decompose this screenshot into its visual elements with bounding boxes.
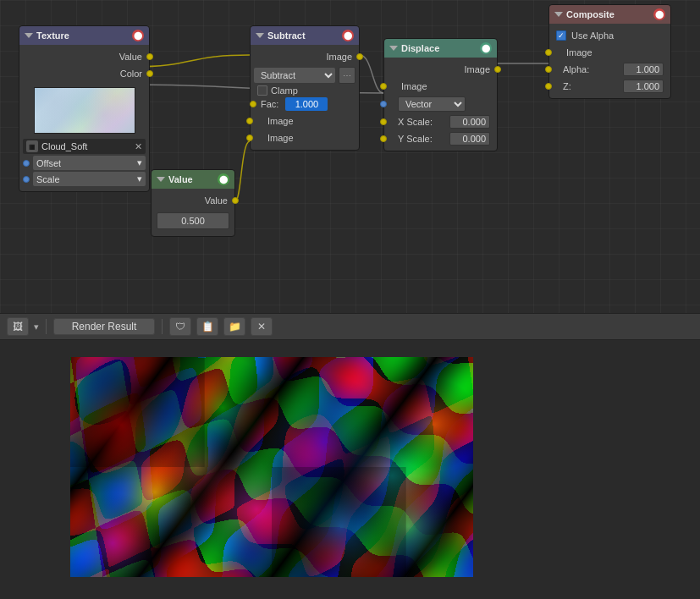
subtract-image-in2-row: Image: [251, 129, 359, 146]
displace-yscale-row: Y Scale: 0.000: [384, 130, 497, 147]
displace-node-header[interactable]: Displace ⬤: [384, 39, 497, 58]
render-canvas: [70, 357, 473, 577]
displace-image-in-socket[interactable]: [380, 83, 387, 90]
cloud-soft-remove[interactable]: ✕: [135, 141, 142, 152]
clamp-label: Clamp: [271, 85, 298, 96]
subtract-type-select[interactable]: Subtract: [254, 68, 335, 83]
displace-vector-socket[interactable]: [380, 101, 387, 107]
value-display[interactable]: 0.500: [157, 212, 229, 229]
subtract-image-in2-socket[interactable]: [246, 135, 253, 141]
subtract-node: Subtract ⬤ Image Subtract ⋯ Clamp: [250, 25, 360, 151]
texture-color-socket[interactable]: [146, 70, 153, 77]
shield-icon: 🛡: [175, 321, 185, 332]
displace-image-out-row: Image: [384, 61, 497, 78]
texture-node-header[interactable]: Texture ⬤: [19, 26, 149, 45]
displace-vector-row: Vector: [384, 95, 497, 113]
texture-node: Texture ⬤ Value Color ▦ Cloud_Soft ✕: [19, 25, 150, 192]
cloud-soft-label: Cloud_Soft: [41, 141, 131, 151]
cloud-soft-icon: ▦: [26, 140, 38, 152]
offset-label: Offset: [36, 158, 61, 168]
subtract-node-icon: ⬤: [342, 30, 354, 41]
composite-image-socket[interactable]: [545, 49, 552, 56]
displace-xscale-socket[interactable]: [380, 118, 387, 125]
use-alpha-checkbox[interactable]: ✓: [556, 30, 566, 41]
displace-xscale-value[interactable]: 0.000: [449, 115, 490, 129]
scale-socket[interactable]: [23, 176, 30, 183]
clamp-row: Clamp: [257, 85, 352, 96]
composite-alpha-socket[interactable]: [545, 66, 552, 73]
displace-node-icon: ⬤: [480, 42, 492, 54]
displace-image-out-socket[interactable]: [494, 66, 501, 73]
value-node-header[interactable]: Value ⬤: [152, 170, 234, 189]
subtract-image-out-socket[interactable]: [356, 53, 363, 60]
scale-dropdown-row: Scale ▾: [23, 172, 146, 186]
close-btn[interactable]: ✕: [251, 317, 273, 336]
offset-dropdown[interactable]: Offset ▾: [33, 156, 146, 170]
composite-collapse-triangle: [554, 12, 563, 17]
subtract-image-out-row: Image: [251, 48, 359, 65]
value-node-title: Value: [168, 174, 193, 184]
toolbar-separator-1: [46, 319, 47, 334]
toolbar-dropdown-arrow[interactable]: ▾: [34, 321, 39, 332]
fac-socket[interactable]: [250, 101, 256, 107]
texture-value-label: Value: [119, 52, 142, 62]
cloud-soft-row: ▦ Cloud_Soft ✕: [23, 139, 146, 154]
subtract-image-in2-label: Image: [267, 133, 294, 143]
texture-color-label: Color: [120, 69, 142, 79]
composite-alpha-label: Alpha:: [563, 64, 623, 74]
composite-z-value[interactable]: 1.000: [623, 80, 664, 93]
value-node-icon: ⬤: [218, 173, 229, 185]
displace-yscale-socket[interactable]: [380, 135, 387, 142]
subtract-node-title: Subtract: [267, 30, 306, 41]
texture-preview: [34, 87, 135, 134]
displace-image-out-label: Image: [464, 64, 490, 74]
subtract-type-row: Subtract ⋯: [254, 67, 356, 84]
subtract-image-in1-row: Image: [251, 113, 359, 129]
value-node-body: Value 0.500: [152, 189, 234, 236]
subtract-image-in1-label: Image: [267, 116, 294, 126]
displace-yscale-label: Y Scale:: [398, 134, 449, 144]
composite-image-row: Image: [549, 44, 670, 61]
composite-node-body: ✓ Use Alpha Image Alpha: 1.000 Z: 1.000: [549, 24, 670, 98]
value-out-socket[interactable]: [232, 197, 239, 204]
fac-input[interactable]: 1.000: [285, 97, 328, 111]
offset-socket[interactable]: [23, 160, 30, 167]
subtract-node-header[interactable]: Subtract ⬤: [251, 26, 359, 45]
composite-node-title: Composite: [566, 9, 615, 19]
subtract-extra-btn[interactable]: ⋯: [339, 67, 356, 84]
image-icon-btn[interactable]: 🖼: [7, 317, 29, 336]
scale-label: Scale: [36, 174, 60, 184]
subtract-image-out-label: Image: [326, 52, 352, 62]
subtract-node-body: Image Subtract ⋯ Clamp Fac: 1.000: [251, 45, 359, 150]
displace-vector-select[interactable]: Vector: [398, 96, 466, 112]
toolbar: 🖼 ▾ Render Result 🛡 📋 📁 ✕: [0, 313, 700, 340]
collapse-triangle: [25, 33, 33, 38]
composite-node-icon: ⬤: [653, 8, 665, 20]
value-out-label: Value: [205, 195, 228, 206]
scale-dropdown[interactable]: Scale ▾: [33, 172, 146, 186]
image-viewer: [0, 340, 700, 599]
folder-btn[interactable]: 📁: [223, 317, 245, 336]
texture-value-row: Value: [19, 48, 149, 65]
subtract-collapse-triangle: [256, 33, 264, 38]
subtract-image-in1-socket[interactable]: [246, 118, 253, 124]
displace-xscale-label: X Scale:: [398, 117, 449, 127]
scale-chevron: ▾: [137, 173, 142, 184]
value-node: Value ⬤ Value 0.500: [151, 169, 235, 237]
composite-z-socket[interactable]: [545, 83, 552, 90]
composite-alpha-row: Alpha: 1.000: [549, 61, 670, 78]
displace-node-title: Displace: [401, 43, 439, 53]
clamp-checkbox[interactable]: [257, 85, 267, 96]
composite-z-label: Z:: [563, 81, 623, 91]
displace-xscale-row: X Scale: 0.000: [384, 113, 497, 130]
use-alpha-row: ✓ Use Alpha: [556, 30, 664, 41]
composite-alpha-value[interactable]: 1.000: [623, 63, 664, 76]
texture-value-socket[interactable]: [146, 53, 153, 60]
fac-row: Fac: 1.000: [254, 97, 356, 111]
displace-yscale-value[interactable]: 0.000: [449, 132, 490, 146]
composite-node-header[interactable]: Composite ⬤: [549, 5, 670, 24]
render-image: [70, 357, 473, 577]
displace-node-body: Image Image Vector X Scale: 0.000: [384, 58, 497, 151]
copy-btn[interactable]: 📋: [196, 317, 218, 336]
shield-btn[interactable]: 🛡: [169, 317, 191, 336]
